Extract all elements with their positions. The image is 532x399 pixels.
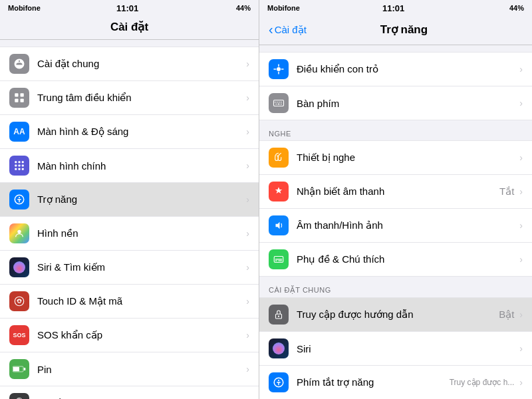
sidebar-item-hinh-nen[interactable]: Hình nền › [0, 217, 259, 251]
left-panel: Mobifone 11:01 44% Cài đặt Cài đặt chung… [0, 0, 259, 399]
right-item-dieu-khien[interactable]: Điều khiển con trỏ › [259, 52, 532, 86]
svg-rect-1 [21, 93, 24, 96]
tro-nang-label: Trợ năng [37, 194, 243, 205]
phu-de-icon [269, 249, 289, 269]
svg-rect-6 [22, 161, 24, 163]
svg-rect-32 [281, 104, 282, 105]
back-chevron: ‹ [269, 22, 273, 37]
hinh-nen-chevron: › [246, 228, 249, 239]
cai-dat-chung-section: CÀI ĐẶT CHUNG Truy cập được hướng dẫn Bậ… [259, 277, 532, 399]
phim-tat-label: Phím tắt trợ năng [297, 376, 450, 388]
left-battery: 44% [236, 4, 251, 12]
svg-marker-33 [276, 222, 280, 229]
man-hinh-icon: AA [9, 122, 29, 142]
right-status-bar: Mobifone 11:01 44% [259, 0, 532, 16]
left-settings-list: Cài đặt chung › Trung tâm điều khiển › A… [0, 40, 259, 399]
svg-rect-9 [22, 165, 24, 167]
svg-rect-37 [275, 259, 283, 259]
man-hinh-chinh-icon [9, 156, 29, 176]
back-label: Cài đặt [275, 24, 307, 36]
svg-rect-18 [13, 367, 19, 372]
sidebar-item-man-hinh-chinh[interactable]: Màn hình chính › [0, 149, 259, 183]
svg-point-41 [278, 380, 279, 381]
phim-tat-icon [269, 372, 289, 392]
nhan-biet-chevron: › [519, 186, 523, 197]
sidebar-item-man-hinh[interactable]: AA Màn hình & Độ sáng › [0, 115, 259, 149]
right-item-am-thanh[interactable]: Âm thanh/Hình ảnh › [259, 209, 532, 243]
right-item-siri[interactable]: Siri › [259, 332, 532, 366]
siri-right-label: Siri [297, 343, 517, 354]
truy-cap-label: Truy cập được hướng dẫn [297, 309, 499, 321]
touch-id-chevron: › [246, 296, 249, 307]
svg-rect-35 [275, 261, 277, 261]
right-item-ban-phim[interactable]: Bàn phím › [259, 86, 532, 120]
sidebar-item-tro-nang[interactable]: Trợ năng › [0, 183, 259, 217]
right-item-phu-de[interactable]: Phụ đề & Chú thích › [259, 243, 532, 277]
ban-phim-chevron: › [519, 98, 523, 108]
svg-rect-10 [15, 168, 17, 170]
sidebar-item-trung-tam[interactable]: Trung tâm điều khiển › [0, 81, 259, 115]
right-item-thiet-bi-nghe[interactable]: Thiết bị nghe › [259, 140, 532, 175]
svg-rect-11 [19, 168, 21, 170]
svg-point-15 [17, 230, 21, 233]
touch-id-icon [9, 291, 29, 311]
truy-cap-icon [269, 305, 289, 325]
cai-dat-chung-header: CÀI ĐẶT CHUNG [259, 277, 532, 297]
right-panel: Mobifone 11:01 44% ‹ Cài đặt Trợ năng [259, 0, 532, 399]
nhan-biet-label: Nhận biết âm thanh [297, 186, 499, 198]
svg-rect-26 [275, 102, 276, 103]
tro-nang-chevron: › [246, 194, 249, 205]
phim-tat-chevron: › [519, 377, 523, 388]
right-item-nhan-biet[interactable]: Nhận biết âm thanh Tắt › [259, 175, 532, 209]
dieu-khien-icon [269, 59, 289, 79]
sidebar-item-touch-id[interactable]: Touch ID & Mật mã › [0, 285, 259, 319]
man-hinh-chevron: › [246, 126, 249, 137]
dieu-khien-chevron: › [519, 64, 523, 74]
left-settings-group: Cài đặt chung › Trung tâm điều khiển › A… [0, 47, 259, 399]
truy-cap-chevron: › [519, 309, 523, 320]
sidebar-item-pin[interactable]: Pin › [0, 352, 259, 386]
back-button[interactable]: ‹ Cài đặt [269, 22, 307, 37]
svg-rect-30 [276, 104, 277, 105]
svg-rect-25 [274, 100, 284, 106]
thiet-bi-nghe-label: Thiết bị nghe [297, 152, 517, 164]
sidebar-item-cai-dat-chung[interactable]: Cài đặt chung › [0, 47, 259, 81]
sidebar-item-quyen[interactable]: Quyền riêng tư › [0, 386, 259, 399]
svg-rect-12 [22, 168, 24, 170]
trung-tam-icon [9, 88, 29, 108]
sos-chevron: › [246, 330, 249, 340]
right-time: 11:01 [382, 3, 404, 13]
right-battery: 44% [509, 4, 524, 12]
ban-phim-label: Bàn phím [297, 98, 517, 109]
pin-icon [9, 359, 29, 379]
pin-label: Pin [37, 364, 243, 375]
sidebar-item-siri[interactable]: Siri & Tìm kiếm › [0, 251, 259, 285]
svg-point-16 [18, 300, 21, 303]
svg-rect-7 [15, 165, 17, 167]
right-settings-list: Điều khiển con trỏ › Bàn phím › NGHE [259, 45, 532, 399]
thiet-bi-nghe-icon [269, 148, 289, 168]
touch-id-label: Touch ID & Mật mã [37, 295, 243, 307]
am-thanh-label: Âm thanh/Hình ảnh [297, 219, 517, 231]
sidebar-item-sos[interactable]: SOS SOS khẩn cấp › [0, 319, 259, 352]
left-status-bar: Mobifone 11:01 44% [0, 0, 259, 16]
am-thanh-chevron: › [519, 220, 523, 231]
svg-rect-8 [19, 165, 21, 167]
left-carrier: Mobifone [8, 4, 41, 12]
man-hinh-label: Màn hình & Độ sáng [37, 126, 243, 138]
man-hinh-chinh-chevron: › [246, 160, 249, 171]
svg-rect-29 [281, 102, 282, 103]
right-item-phim-tat[interactable]: Phím tắt trợ năng Truy cập được h... › [259, 366, 532, 399]
sos-icon: SOS [9, 325, 29, 345]
right-carrier: Mobifone [267, 4, 300, 12]
right-item-truy-cap[interactable]: Truy cập được hướng dẫn Bật › [259, 297, 532, 332]
svg-rect-3 [21, 99, 24, 102]
trung-tam-chevron: › [246, 92, 249, 103]
tro-nang-icon [9, 190, 29, 209]
nghe-header: NGHE [259, 120, 532, 140]
svg-rect-0 [15, 93, 18, 96]
phu-de-chevron: › [519, 254, 523, 265]
svg-rect-5 [19, 161, 21, 163]
siri-right-icon [269, 338, 289, 358]
cai-dat-chung-chevron: › [246, 59, 249, 69]
